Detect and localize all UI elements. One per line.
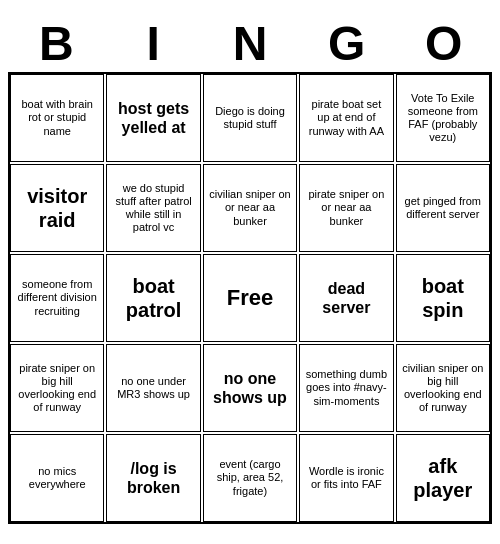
- bingo-cell-r3c2[interactable]: boat patrol: [106, 254, 200, 342]
- bingo-cell-r1c3[interactable]: Diego is doing stupid stuff: [203, 74, 297, 162]
- bingo-cell-r4c5[interactable]: civilian sniper on big hill overlooking …: [396, 344, 490, 432]
- title-letter: I: [109, 20, 197, 68]
- bingo-cell-r5c5[interactable]: afk player: [396, 434, 490, 522]
- bingo-grid: boat with brain rot or stupid namehost g…: [8, 72, 492, 524]
- bingo-cell-r4c1[interactable]: pirate sniper on big hill overlooking en…: [10, 344, 104, 432]
- bingo-cell-r3c5[interactable]: boat spin: [396, 254, 490, 342]
- bingo-cell-r5c2[interactable]: /log is broken: [106, 434, 200, 522]
- title-letter: B: [12, 20, 100, 68]
- bingo-cell-r2c5[interactable]: get pinged from different server: [396, 164, 490, 252]
- bingo-cell-r1c4[interactable]: pirate boat set up at end of runway with…: [299, 74, 393, 162]
- bingo-cell-r1c1[interactable]: boat with brain rot or stupid name: [10, 74, 104, 162]
- bingo-card: BINGO boat with brain rot or stupid name…: [0, 12, 500, 532]
- bingo-cell-r5c3[interactable]: event (cargo ship, area 52, frigate): [203, 434, 297, 522]
- bingo-cell-r5c1[interactable]: no mics everywhere: [10, 434, 104, 522]
- bingo-cell-r3c4[interactable]: dead server: [299, 254, 393, 342]
- title-letter: N: [206, 20, 294, 68]
- title-letter: O: [400, 20, 488, 68]
- bingo-cell-r4c2[interactable]: no one under MR3 shows up: [106, 344, 200, 432]
- bingo-cell-r3c1[interactable]: someone from different division recruiti…: [10, 254, 104, 342]
- bingo-cell-r4c4[interactable]: something dumb goes into #navy-sim-momen…: [299, 344, 393, 432]
- bingo-cell-r2c3[interactable]: civilian sniper on or near aa bunker: [203, 164, 297, 252]
- bingo-cell-r2c2[interactable]: we do stupid stuff after patrol while st…: [106, 164, 200, 252]
- bingo-cell-r1c2[interactable]: host gets yelled at: [106, 74, 200, 162]
- bingo-cell-r2c1[interactable]: visitor raid: [10, 164, 104, 252]
- bingo-title: BINGO: [8, 20, 492, 68]
- bingo-cell-r2c4[interactable]: pirate sniper on or near aa bunker: [299, 164, 393, 252]
- bingo-cell-r1c5[interactable]: Vote To Exile someone from FAF (probably…: [396, 74, 490, 162]
- bingo-cell-r4c3[interactable]: no one shows up: [203, 344, 297, 432]
- title-letter: G: [303, 20, 391, 68]
- bingo-cell-r5c4[interactable]: Wordle is ironic or fits into FAF: [299, 434, 393, 522]
- bingo-cell-r3c3[interactable]: Free: [203, 254, 297, 342]
